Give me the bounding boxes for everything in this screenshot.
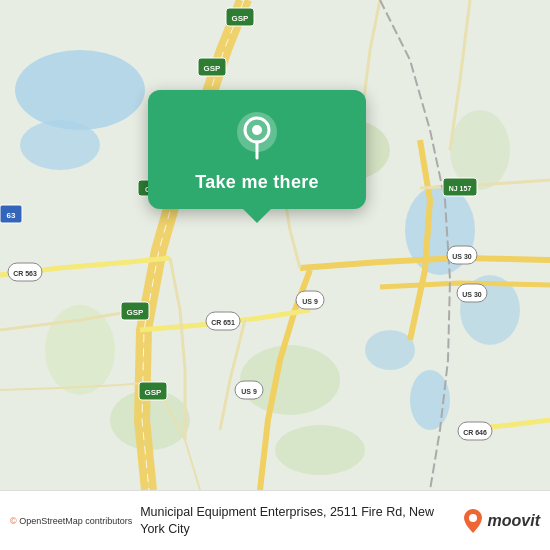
svg-point-8 bbox=[240, 345, 340, 415]
svg-text:US 30: US 30 bbox=[452, 253, 472, 260]
svg-point-43 bbox=[252, 125, 262, 135]
svg-text:CR 646: CR 646 bbox=[463, 429, 487, 436]
take-me-there-button[interactable]: Take me there bbox=[195, 172, 319, 193]
moovit-pin-icon bbox=[462, 508, 484, 534]
svg-text:GSP: GSP bbox=[204, 64, 222, 73]
svg-text:US 9: US 9 bbox=[302, 298, 318, 305]
take-me-there-card: Take me there bbox=[148, 90, 366, 209]
map-container: GSP GSP GS GSP GSP 63 CR 563 NJ 157 US 9 bbox=[0, 0, 550, 490]
moovit-logo: moovit bbox=[462, 508, 540, 534]
svg-text:GSP: GSP bbox=[127, 308, 145, 317]
svg-text:CR 563: CR 563 bbox=[13, 270, 37, 277]
osm-circle: © bbox=[10, 516, 17, 526]
svg-text:NJ 157: NJ 157 bbox=[449, 185, 472, 192]
svg-point-1 bbox=[15, 50, 145, 130]
svg-point-45 bbox=[469, 514, 477, 522]
svg-text:GSP: GSP bbox=[145, 388, 163, 397]
svg-text:US 30: US 30 bbox=[462, 291, 482, 298]
svg-point-12 bbox=[275, 425, 365, 475]
svg-text:CR 651: CR 651 bbox=[211, 319, 235, 326]
svg-point-2 bbox=[20, 120, 100, 170]
svg-text:63: 63 bbox=[7, 211, 16, 220]
osm-attribution: © OpenStreetMap contributors bbox=[10, 516, 132, 526]
address-text: Municipal Equipment Enterprises, 2511 Fi… bbox=[140, 504, 461, 537]
map-background: GSP GSP GS GSP GSP 63 CR 563 NJ 157 US 9 bbox=[0, 0, 550, 490]
moovit-brand-text: moovit bbox=[488, 512, 540, 530]
info-bar: © OpenStreetMap contributors Municipal E… bbox=[0, 490, 550, 550]
svg-point-6 bbox=[365, 330, 415, 370]
svg-text:GSP: GSP bbox=[232, 14, 250, 23]
svg-text:US 9: US 9 bbox=[241, 388, 257, 395]
location-pin-icon bbox=[231, 110, 283, 162]
